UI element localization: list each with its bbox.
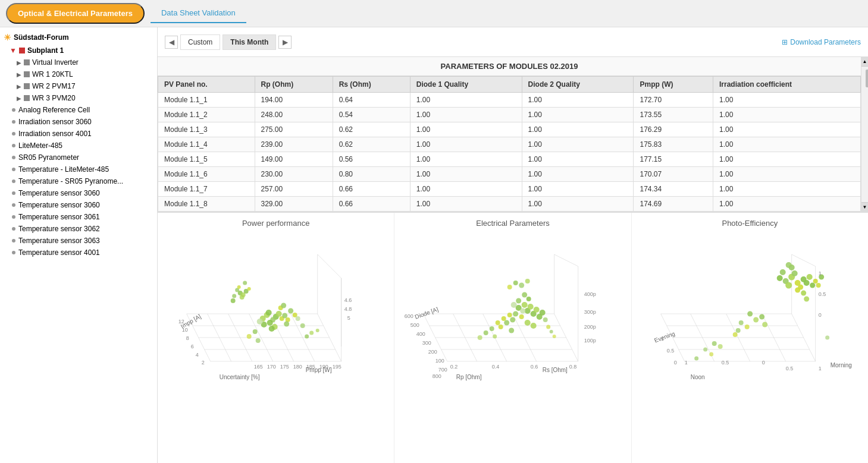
sidebar-item-irradiation-3060[interactable]: Irradiation sensor 3060 bbox=[0, 116, 157, 128]
svg-point-117 bbox=[507, 285, 512, 289]
table-row[interactable]: Module 1.1_6230.000.801.001.00170.071.00 bbox=[158, 167, 861, 182]
electrical-parameters-chart: Rs [Ohm] Diode [A] Rp [Ohm] 0.2 0.4 0.6 … bbox=[397, 231, 628, 397]
download-link[interactable]: ⊞ Download Parameters bbox=[782, 38, 861, 46]
sidebar-item-analog[interactable]: Analog Reference Cell bbox=[0, 104, 157, 116]
sidebar-root[interactable]: ☀ Südstadt-Forum bbox=[0, 30, 157, 45]
svg-text:0: 0 bbox=[818, 312, 821, 318]
expand-icon-4: ▶ bbox=[17, 95, 21, 102]
scrollbar-up-btn[interactable]: ▲ bbox=[861, 57, 869, 67]
sidebar-leaf-label-11: Temperature sensor 3062 bbox=[18, 225, 100, 233]
col-header-pmpp: Pmpp (W) bbox=[634, 77, 713, 93]
table-cell-7-1: 329.00 bbox=[255, 197, 333, 212]
svg-text:4: 4 bbox=[196, 352, 199, 358]
sq-icon-4 bbox=[24, 95, 30, 101]
sidebar-item-wr3[interactable]: ▶ WR 3 PVM20 bbox=[0, 92, 157, 104]
table-wrapper: PARAMETERS OF MODULES 02.2019 PV Panel n… bbox=[158, 57, 861, 212]
table-cell-0-1: 194.00 bbox=[255, 93, 333, 108]
power-performance-chart: Pmpp [W] Impp [A] Uncertainty [%] 165 17… bbox=[161, 231, 391, 397]
svg-point-159 bbox=[779, 269, 785, 275]
sidebar-subplant[interactable]: ▼ Subplant 1 bbox=[0, 45, 157, 56]
sidebar-item-temp-sensor-3060b[interactable]: Temperature sensor 3060 bbox=[0, 199, 157, 211]
scrollbar-thumb[interactable] bbox=[866, 70, 869, 87]
svg-point-92 bbox=[534, 307, 540, 313]
svg-point-155 bbox=[791, 270, 797, 276]
col-header-irr: Irradiation coefficient bbox=[713, 77, 860, 93]
col-header-rp: Rp (Ohm) bbox=[255, 77, 333, 93]
table-row[interactable]: Module 1.1_5149.000.561.001.00177.151.00 bbox=[158, 152, 861, 167]
expand-icon-2: ▶ bbox=[17, 71, 21, 78]
svg-point-170 bbox=[747, 311, 753, 317]
sidebar-item-temp-sensor-3062[interactable]: Temperature sensor 3062 bbox=[0, 223, 157, 235]
table-cell-6-1: 257.00 bbox=[255, 182, 333, 197]
sidebar-item-irradiation-4001[interactable]: Irradiation sensor 4001 bbox=[0, 128, 157, 140]
table-cell-5-0: Module 1.1_6 bbox=[158, 167, 255, 182]
sidebar-item-temp-sensor-3061[interactable]: Temperature sensor 3061 bbox=[0, 211, 157, 223]
subplant-icon: ▼ bbox=[10, 46, 17, 55]
table-cell-5-5: 170.07 bbox=[634, 167, 713, 182]
svg-text:1: 1 bbox=[684, 360, 687, 366]
table-row[interactable]: Module 1.1_1194.000.641.001.00172.701.00 bbox=[158, 93, 861, 108]
table-cell-6-5: 174.34 bbox=[634, 182, 713, 197]
expand-icon-3: ▶ bbox=[17, 83, 21, 90]
svg-point-175 bbox=[735, 328, 740, 333]
svg-text:400p: 400p bbox=[584, 291, 596, 297]
svg-point-167 bbox=[785, 262, 791, 268]
sidebar-item-virtual-inverter[interactable]: ▶ Virtual Inverter bbox=[0, 56, 157, 68]
svg-point-183 bbox=[825, 336, 829, 340]
svg-point-173 bbox=[744, 325, 749, 329]
sidebar-leaf-label-6: Temperature - LiteMeter-485 bbox=[18, 165, 109, 174]
svg-point-164 bbox=[801, 291, 806, 296]
table-scroll[interactable]: PV Panel no. Rp (Ohm) Rs (Ohm) Diode 1 Q… bbox=[158, 76, 861, 212]
svg-text:Morning: Morning bbox=[830, 362, 851, 368]
photo-efficiency-title: Photo-Efficiency bbox=[722, 219, 778, 228]
table-row[interactable]: Module 1.1_7257.000.661.001.00174.341.00 bbox=[158, 182, 861, 197]
svg-point-50 bbox=[305, 335, 309, 339]
prev-button[interactable]: ◀ bbox=[165, 36, 178, 49]
table-scrollbar[interactable]: ▲ ▼ bbox=[861, 57, 868, 212]
svg-text:0.5: 0.5 bbox=[666, 348, 674, 354]
svg-point-165 bbox=[813, 279, 817, 284]
svg-point-150 bbox=[776, 275, 782, 281]
tab-optical-electrical[interactable]: Optical & Electrical Parameters bbox=[6, 3, 145, 24]
svg-point-180 bbox=[717, 344, 722, 349]
sidebar-item-litemeter[interactable]: LiteMeter-485 bbox=[0, 140, 157, 152]
sidebar-item-temp-sr05[interactable]: Temperature - SR05 Pyranome... bbox=[0, 175, 157, 187]
next-button[interactable]: ▶ bbox=[278, 36, 292, 49]
table-cell-1-1: 248.00 bbox=[255, 108, 333, 122]
sidebar-item-sr05[interactable]: SR05 Pyranometer bbox=[0, 152, 157, 163]
content-area: ◀ Custom This Month ▶ ⊞ Download Paramet… bbox=[158, 27, 868, 463]
electrical-parameters-svg: Rs [Ohm] Diode [A] Rp [Ohm] 0.2 0.4 0.6 … bbox=[397, 231, 628, 397]
svg-line-148 bbox=[791, 254, 815, 266]
custom-button[interactable]: Custom bbox=[180, 34, 220, 50]
sidebar-item-temp-sensor-3060a[interactable]: Temperature sensor 3060 bbox=[0, 187, 157, 199]
subplant-red-icon bbox=[19, 48, 25, 53]
svg-point-47 bbox=[300, 323, 305, 328]
svg-point-83 bbox=[513, 311, 518, 317]
tab-data-sheet[interactable]: Data Sheet Validation bbox=[151, 4, 246, 23]
svg-point-84 bbox=[522, 302, 528, 308]
table-cell-4-6: 1.00 bbox=[713, 152, 860, 167]
table-row[interactable]: Module 1.1_8329.000.661.001.00174.691.00 bbox=[158, 197, 861, 212]
svg-text:1: 1 bbox=[660, 336, 663, 342]
sun-icon: ☀ bbox=[4, 33, 11, 42]
sq-icon-2 bbox=[24, 71, 30, 77]
table-row[interactable]: Module 1.1_3275.000.621.001.00176.291.00 bbox=[158, 122, 861, 137]
table-cell-5-6: 1.00 bbox=[713, 167, 860, 182]
svg-point-49 bbox=[247, 334, 252, 339]
data-table: PV Panel no. Rp (Ohm) Rs (Ohm) Diode 1 Q… bbox=[158, 76, 861, 212]
sidebar-item-temp-sensor-3063[interactable]: Temperature sensor 3063 bbox=[0, 235, 157, 247]
dot-icon-10 bbox=[12, 215, 15, 219]
table-cell-6-0: Module 1.1_7 bbox=[158, 182, 255, 197]
table-row[interactable]: Module 1.1_2248.000.541.001.00173.551.00 bbox=[158, 108, 861, 122]
sidebar-item-wr2[interactable]: ▶ WR 2 PVM17 bbox=[0, 80, 157, 92]
svg-point-45 bbox=[296, 316, 300, 321]
expand-icon-1: ▶ bbox=[17, 59, 21, 66]
sidebar-item-wr1[interactable]: ▶ WR 1 20KTL bbox=[0, 68, 157, 80]
scrollbar-down-btn[interactable]: ▼ bbox=[861, 202, 869, 212]
table-cell-3-4: 1.00 bbox=[522, 137, 634, 152]
sidebar-item-temp-sensor-4001[interactable]: Temperature sensor 4001 bbox=[0, 247, 157, 259]
sidebar-item-temp-litemeter[interactable]: Temperature - LiteMeter-485 bbox=[0, 163, 157, 175]
table-row[interactable]: Module 1.1_4239.000.621.001.00175.831.00 bbox=[158, 137, 861, 152]
svg-point-22 bbox=[240, 295, 245, 300]
this-month-button[interactable]: This Month bbox=[223, 34, 276, 50]
